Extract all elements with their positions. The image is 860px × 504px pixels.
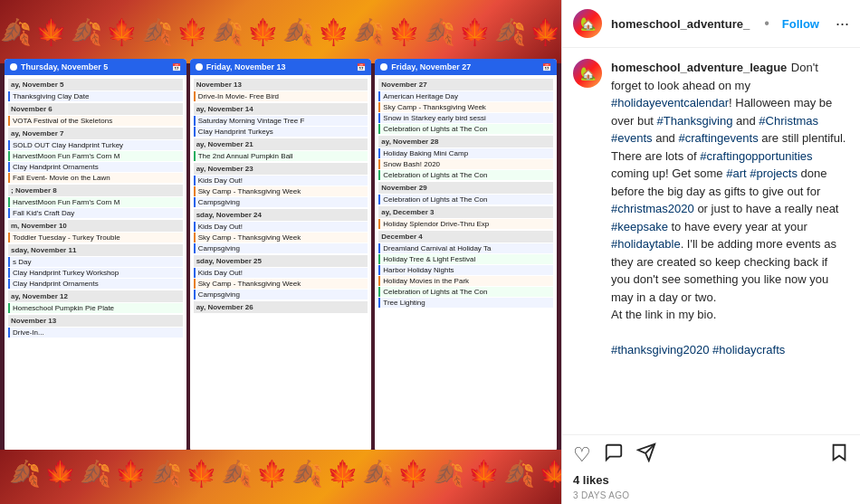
leaf-border-top: 🍂🍁🍂 🍁🍂🍁 🍂🍁🍂 🍁🍂🍁 🍂🍁🍂 🍁🍂🍁 🍂🍁 — [0, 0, 561, 63]
profile-avatar-top[interactable]: 🏡 — [573, 9, 602, 38]
comment-content: homeschool_adventure_league Don't forget… — [611, 59, 849, 359]
timestamp: 3 DAYS AGO — [573, 490, 849, 500]
like-icon[interactable]: ♡ — [573, 443, 591, 467]
calendar-col-2: Friday, November 13 📅 November 13 Drive-… — [190, 59, 372, 452]
hashtag-footer[interactable]: #thanksgiving2020 #holidaycrafts — [611, 343, 785, 357]
hashtag-keepsake[interactable]: #keepsake — [611, 220, 668, 233]
cal-header-1: Thursday, November 5 📅 — [5, 59, 186, 75]
leaf-border-bottom: 🍂🍁🍂 🍁🍂🍁 🍂🍁🍂 🍁🍂🍁 🍂🍁🍂 🍁🍂 — [0, 450, 561, 504]
cal-body-2: November 13 Drive-In Movie- Free Bird ay… — [190, 75, 372, 316]
separator-dot: • — [764, 15, 769, 32]
post-image: 🍂🍁🍂 🍁🍂🍁 🍂🍁🍂 🍁🍂🍁 🍂🍁🍂 🍁🍂🍁 🍂🍁 vents Thursda… — [0, 0, 561, 504]
hashtag-craftingevents[interactable]: #craftingevents — [678, 131, 758, 145]
cal-header-3: Friday, November 27 📅 — [375, 59, 557, 75]
top-bar: 🏡 homeschool_adventure_ • Follow ··· — [562, 0, 860, 48]
comment-row: 🏡 homeschool_adventure_league Don't forg… — [573, 59, 849, 359]
hashtag-events[interactable]: #events — [611, 131, 653, 145]
follow-button[interactable]: Follow — [782, 17, 819, 31]
content-area: 🏡 homeschool_adventure_league Don't forg… — [562, 48, 860, 434]
hashtag-holidayeventcalendar[interactable]: #holidayeventcalendar — [611, 96, 729, 109]
cal-header-2: Friday, November 13 📅 — [190, 59, 372, 75]
likes-count: 4 likes — [573, 473, 849, 487]
comment-text: Don't forget to look ahead on my #holida… — [611, 61, 846, 357]
hashtag-art[interactable]: #art — [726, 166, 746, 180]
cal-body-1: ay, November 5 Thanksgiving Clay Date No… — [5, 75, 186, 340]
cal-body-3: November 27 American Heritage Day Sky Ca… — [375, 75, 557, 310]
hashtag-christmas[interactable]: #Christmas — [759, 114, 818, 128]
hashtag-thanksgiving[interactable]: #Thanksgiving — [657, 114, 733, 128]
calendars-container: Thursday, November 5 📅 ay, November 5 Th… — [5, 59, 557, 452]
bottom-actions: ♡ 4 likes 3 DAYS AGO — [562, 434, 860, 504]
hashtag-projects[interactable]: #projects — [750, 166, 798, 180]
share-icon[interactable] — [636, 442, 656, 468]
right-panel: 🏡 homeschool_adventure_ • Follow ··· 🏡 h… — [561, 0, 860, 504]
hashtag-craftingopportunities[interactable]: #craftingopportunities — [700, 149, 812, 163]
more-options-icon[interactable]: ··· — [836, 14, 849, 33]
hashtag-holidaytable[interactable]: #holidaytable — [611, 237, 681, 251]
comment-avatar[interactable]: 🏡 — [573, 59, 602, 88]
action-icons-row: ♡ — [573, 442, 849, 468]
hashtag-christmas2020[interactable]: #christmas2020 — [611, 202, 694, 215]
calendar-col-1: Thursday, November 5 📅 ay, November 5 Th… — [5, 59, 186, 452]
comment-icon[interactable] — [604, 442, 624, 468]
svg-marker-2 — [834, 445, 846, 461]
top-bar-username: homeschool_adventure_ — [611, 17, 751, 31]
save-icon[interactable] — [829, 442, 849, 468]
calendar-col-3: Friday, November 27 📅 November 27 Americ… — [375, 59, 557, 452]
commenter-username[interactable]: homeschool_adventure_league — [611, 61, 787, 74]
